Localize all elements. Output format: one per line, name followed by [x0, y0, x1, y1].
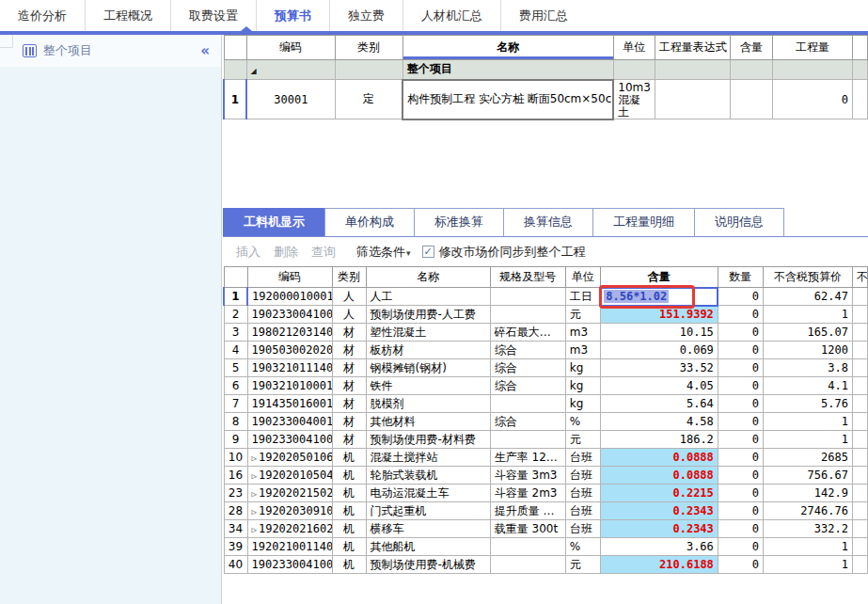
- detail-tab-1[interactable]: 工料机显示: [223, 208, 325, 236]
- table-row[interactable]: 4190503002020材板枋材综合m30.06901200: [224, 342, 868, 359]
- main-tab-6[interactable]: 人材机汇总: [402, 0, 500, 31]
- query-button[interactable]: 查询: [311, 244, 336, 261]
- table-row[interactable]: 6190321010001材铁件综合kg4.0504.1: [224, 377, 868, 395]
- cell-unit[interactable]: 台班: [565, 485, 600, 502]
- cell-category[interactable]: 材: [332, 324, 366, 342]
- table-row[interactable]: 130001定构件预制工程 实心方桩 断面50cm×50cm10m3混凝土0: [224, 80, 868, 119]
- cell-content[interactable]: [730, 80, 772, 119]
- table-row[interactable]: 34▷192020216020机横移车载重量 300t台班0.23430332.…: [224, 520, 868, 538]
- column-header[interactable]: 单位: [565, 267, 600, 288]
- collapse-sidebar-icon[interactable]: «: [200, 42, 212, 59]
- column-header[interactable]: [224, 36, 246, 60]
- cell-code[interactable]: ▷192020215020: [247, 485, 332, 502]
- cell-unit[interactable]: 元: [565, 431, 600, 449]
- cell-category[interactable]: 材: [332, 413, 366, 431]
- column-header[interactable]: 规格及型号: [490, 267, 565, 288]
- cell-content[interactable]: 0.2343: [600, 502, 718, 520]
- cell-name[interactable]: 其他船机: [366, 538, 490, 556]
- column-header[interactable]: 含量: [730, 36, 772, 60]
- cell-spec[interactable]: [490, 288, 565, 306]
- cell-category[interactable]: 材: [332, 342, 366, 359]
- main-tab-1[interactable]: 造价分析: [0, 0, 85, 31]
- cell-quantity[interactable]: 0: [718, 324, 763, 342]
- cell-spec[interactable]: 斗容量 2m3: [490, 485, 565, 502]
- expand-node-icon[interactable]: ▷: [252, 471, 257, 481]
- cell-budget-price[interactable]: 2746.76: [763, 502, 852, 520]
- cell-spec[interactable]: 碎石最大…: [490, 324, 565, 342]
- cell-content[interactable]: 4.58: [600, 413, 718, 431]
- cell-quantity[interactable]: 0: [718, 520, 763, 538]
- detail-tab-4[interactable]: 换算信息: [503, 208, 593, 236]
- cell-unit[interactable]: 工日: [565, 288, 600, 306]
- cell-spec[interactable]: [490, 395, 565, 413]
- cell-category[interactable]: 机: [332, 538, 366, 556]
- detail-tab-2[interactable]: 单价构成: [324, 208, 415, 236]
- cell-code[interactable]: 192021001140: [247, 538, 332, 556]
- cell-name[interactable]: 门式起重机: [366, 502, 490, 520]
- cell-unit[interactable]: 台班: [565, 520, 600, 538]
- cell-spec[interactable]: 综合: [490, 377, 565, 395]
- main-tab-4[interactable]: 预算书: [256, 0, 329, 31]
- cell-unit[interactable]: %: [565, 538, 600, 556]
- table-row[interactable]: 28▷192020309100机门式起重机提升质量 …台班0.234302746…: [224, 502, 868, 520]
- cell-spec[interactable]: 载重量 300t: [490, 520, 565, 538]
- table-row[interactable]: 10▷192020501060机混凝土搅拌站生产率 12…台班0.0888026…: [224, 449, 868, 467]
- cell-budget-price[interactable]: 1: [763, 413, 852, 431]
- group-row[interactable]: ◢整个项目: [224, 60, 868, 80]
- table-row[interactable]: 23▷192020215020机电动运混凝土车斗容量 2m3台班0.221501…: [224, 485, 868, 502]
- cell-budget-price[interactable]: 2685: [763, 449, 852, 467]
- insert-button[interactable]: 插入: [236, 244, 260, 261]
- cell-spec[interactable]: 生产率 12…: [490, 449, 565, 467]
- column-header[interactable]: 类别: [335, 36, 402, 60]
- cell-content[interactable]: 0.2215: [600, 485, 718, 502]
- cell-budget-price[interactable]: 1200: [763, 342, 852, 359]
- cell-spec[interactable]: 综合: [490, 359, 565, 377]
- cell-category[interactable]: 材: [332, 395, 366, 413]
- cell-quantity[interactable]: 0: [718, 449, 763, 467]
- cell-code[interactable]: ▷192020216020: [247, 520, 332, 538]
- column-header[interactable]: 工程量: [772, 36, 852, 60]
- cell-name[interactable]: 人工: [366, 288, 490, 306]
- cell-spec[interactable]: 斗容量 3m3: [490, 467, 565, 485]
- cell-quantity[interactable]: 0: [718, 502, 763, 520]
- cell-quantity[interactable]: 0: [718, 306, 763, 324]
- cell-category[interactable]: 机: [332, 502, 366, 520]
- cell-budget-price[interactable]: 4.1: [763, 377, 852, 395]
- cell-category[interactable]: 机: [332, 556, 366, 574]
- cell-spec[interactable]: 综合: [490, 413, 565, 431]
- filter-condition-button[interactable]: 筛选条件▾: [356, 244, 411, 261]
- column-header[interactable]: 单位: [613, 36, 655, 60]
- cell-category[interactable]: 材: [332, 359, 366, 377]
- table-row[interactable]: 39192021001140机其他船机%3.6601: [224, 538, 868, 556]
- cell-code[interactable]: 190503002020: [247, 342, 332, 359]
- cell-name[interactable]: 预制场使用费-人工费: [366, 306, 490, 324]
- cell-category[interactable]: 机: [332, 449, 366, 467]
- column-header[interactable]: 不含税预算价: [763, 267, 852, 288]
- column-header[interactable]: [852, 36, 867, 60]
- cell-spec[interactable]: 提升质量 …: [490, 502, 565, 520]
- cell-content[interactable]: 4.05: [600, 377, 718, 395]
- table-row[interactable]: 5190321011140材钢模摊销(钢材)综合kg33.5203.8: [224, 359, 868, 377]
- expand-node-icon[interactable]: ▷: [252, 507, 257, 517]
- cell-name[interactable]: 其他材料: [366, 413, 490, 431]
- cell-name[interactable]: 塑性混凝土: [366, 324, 490, 342]
- column-header[interactable]: 工程量表达式: [655, 36, 730, 60]
- cell-spec[interactable]: 综合: [490, 342, 565, 359]
- cell-category[interactable]: 机: [332, 520, 366, 538]
- expand-node-icon[interactable]: ▷: [252, 453, 257, 463]
- cell-name[interactable]: 构件预制工程 实心方桩 断面50cm×50cm: [402, 80, 613, 119]
- cell-content[interactable]: 10.15: [600, 324, 718, 342]
- cell-content[interactable]: 186.2: [600, 431, 718, 449]
- detail-tab-3[interactable]: 标准换算: [414, 208, 504, 236]
- cell-quantity[interactable]: 0: [718, 485, 763, 502]
- project-tree-item-label[interactable]: 整个项目: [43, 42, 200, 59]
- cell-code[interactable]: 190233004001: [247, 413, 332, 431]
- cell-content[interactable]: 3.66: [600, 538, 718, 556]
- cell-quantity[interactable]: 0: [718, 377, 763, 395]
- cell-budget-price[interactable]: 142.9: [763, 485, 852, 502]
- cell-category[interactable]: 材: [332, 377, 366, 395]
- table-row[interactable]: 40190233004100-2机预制场使用费-机械费元210.618801: [224, 556, 868, 574]
- cell-code[interactable]: 198021203140: [247, 324, 332, 342]
- cell-category[interactable]: 定: [335, 80, 402, 119]
- table-row[interactable]: 7191435016001材脱模剂kg5.6405.76: [224, 395, 868, 413]
